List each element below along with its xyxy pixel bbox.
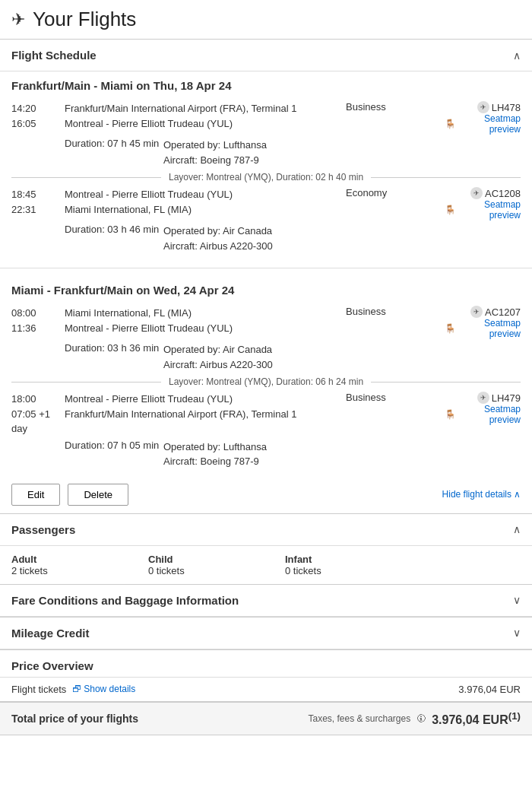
fare-conditions-section: Fare Conditions and Baggage Information … (0, 585, 532, 617)
outbound-seg2-depart: 18:45 (11, 187, 65, 202)
inbound-layover-line-left (11, 382, 161, 383)
inbound-title: Miami - Frankfurt/Main on Wed, 24 Apr 24 (11, 284, 521, 300)
inbound-seg2-extra: Duration: 07 h 05 min Operated by: Lufth… (65, 440, 521, 469)
inbound-seg2-duration: Duration: 07 h 05 min (65, 440, 163, 469)
show-details-icon: 🗗 (72, 684, 81, 694)
outbound-seg2-times: 18:45 22:31 (11, 187, 65, 217)
info-icon[interactable]: 🛈 (416, 713, 426, 724)
flight-tickets-left: Flight tickets 🗗 Show details (11, 684, 135, 695)
ac1208-airline-icon: ✈ (470, 187, 483, 199)
child-label: Child (148, 554, 285, 565)
outbound-layover: Layover: Montreal (YMQ), Duration: 02 h … (11, 172, 521, 183)
show-details-link[interactable]: 🗗 Show details (72, 684, 135, 694)
edit-button[interactable]: Edit (11, 484, 60, 506)
fare-conditions-header[interactable]: Fare Conditions and Baggage Information … (0, 585, 532, 617)
inbound-seg2-from: Montreal - Pierre Elliott Trudeau (YUL) (65, 392, 346, 407)
inbound-seg1-depart: 08:00 (11, 306, 65, 321)
inbound-layover: Layover: Montreal (YMQ), Duration: 06 h … (11, 376, 521, 387)
outbound-segment1-row: 14:20 16:05 Frankfurt/Main International… (11, 101, 521, 135)
inbound-seg1-duration: Duration: 03 h 36 min (65, 342, 163, 372)
inbound-segment2-row: 18:00 07:05 +1 day Montreal - Pierre Ell… (11, 392, 521, 437)
outbound-seg2-details: Montreal - Pierre Elliott Trudeau (YUL) … (65, 187, 346, 217)
flight-tickets-price: 3.976,04 EUR (458, 684, 521, 695)
mileage-credit-chevron: ∨ (513, 627, 521, 639)
infant-label: Infant (285, 554, 422, 565)
flight-schedule-header[interactable]: Flight Schedule ∧ (0, 40, 532, 71)
child-type: Child 0 tickets (148, 554, 285, 576)
inbound-seg2-depart: 18:00 (11, 392, 65, 407)
outbound-seg1-seatmap[interactable]: 🪑 Seatmap preview (445, 113, 521, 135)
page-title: Your Flights (33, 8, 136, 31)
inbound-seg2-class: Business (346, 392, 445, 403)
outbound-seg2-to: Miami International, FL (MIA) (65, 202, 346, 217)
inbound-seg2-flightnumber: LH479 (492, 392, 521, 404)
lh478-airline-icon: ✈ (477, 101, 489, 113)
inbound-seg1-arrive: 11:36 (11, 321, 65, 336)
infant-type: Infant 0 tickets (285, 554, 422, 576)
flight-schedule-title: Flight Schedule (11, 49, 97, 62)
inbound-seg1-to: Montreal - Pierre Elliott Trudeau (YUL) (65, 321, 346, 336)
inbound-seg1-extra: Duration: 03 h 36 min Operated by: Air C… (65, 342, 521, 372)
outbound-seg2-class: Economy (346, 187, 445, 198)
inbound-flight-group: Miami - Frankfurt/Main on Wed, 24 Apr 24… (0, 276, 532, 476)
outbound-seg1-duration: Duration: 07 h 45 min (65, 138, 163, 167)
outbound-seg1-right: ✈ LH478 🪑 Seatmap preview (445, 101, 521, 135)
outbound-segment2-row: 18:45 22:31 Montreal - Pierre Elliott Tr… (11, 187, 521, 221)
layover-line-left (11, 177, 161, 178)
inbound-seg1-class: Business (346, 306, 445, 317)
outbound-seg1-depart: 14:20 (11, 101, 65, 116)
outbound-seg1-times: 14:20 16:05 (11, 101, 65, 131)
price-overview-section: Price Overview Flight tickets 🗗 Show det… (0, 650, 532, 735)
infant-count: 0 tickets (285, 565, 422, 576)
outbound-seg1-operated: Operated by: Lufthansa Aircraft: Boeing … (163, 138, 521, 167)
outbound-seg2-flightnumber: AC1208 (485, 188, 521, 199)
outbound-seg1-flightnumber: LH478 (492, 102, 521, 113)
inbound-seg1-operated: Operated by: Air Canada Aircraft: Airbus… (163, 342, 521, 372)
flight-schedule-chevron: ∧ (513, 49, 521, 62)
outbound-title: Frankfurt/Main - Miami on Thu, 18 Apr 24 (11, 79, 521, 95)
total-amount: 3.976,04 EUR(1) (432, 710, 521, 727)
child-count: 0 tickets (148, 565, 285, 576)
seatmap-icon-4: 🪑 (445, 409, 456, 420)
flights-separator (0, 268, 532, 268)
total-price-row: Total price of your flights Taxes, fees … (0, 701, 532, 735)
mileage-credit-header[interactable]: Mileage Credit ∨ (0, 617, 532, 649)
inbound-seg2-operated: Operated by: Lufthansa Aircraft: Boeing … (163, 440, 521, 469)
flight-tickets-label: Flight tickets (11, 684, 66, 695)
plane-icon: ✈ (11, 10, 25, 30)
adult-label: Adult (11, 554, 148, 565)
inbound-seg2-to: Frankfurt/Main International Airport (FR… (65, 407, 346, 422)
outbound-seg1-details: Frankfurt/Main International Airport (FR… (65, 101, 346, 131)
hide-details-link[interactable]: Hide flight details ∧ (442, 489, 521, 500)
outbound-flight-group: Frankfurt/Main - Miami on Thu, 18 Apr 24… (0, 71, 532, 260)
flight-tickets-row: Flight tickets 🗗 Show details 3.976,04 E… (0, 677, 532, 701)
inbound-seg2-right: ✈ LH479 🪑 Seatmap preview (445, 392, 521, 425)
inbound-seg2-seatmap[interactable]: 🪑 Seatmap preview (445, 404, 521, 425)
outbound-seg2-operated: Operated by: Air Canada Aircraft: Airbus… (163, 224, 521, 253)
passengers-row: Adult 2 tickets Child 0 tickets Infant 0… (11, 554, 521, 576)
outbound-seg2-extra: Duration: 03 h 46 min Operated by: Air C… (65, 224, 521, 253)
inbound-seg2-arrive: 07:05 +1 day (11, 407, 65, 437)
passengers-content: Adult 2 tickets Child 0 tickets Infant 0… (0, 546, 532, 584)
seatmap-icon-1: 🪑 (445, 119, 456, 129)
delete-button[interactable]: Delete (68, 484, 128, 506)
hide-details-chevron: ∧ (514, 489, 521, 500)
action-buttons: Edit Delete (11, 484, 128, 506)
passengers-title: Passengers (11, 523, 75, 536)
price-overview-title: Price Overview (11, 659, 93, 672)
mileage-credit-section: Mileage Credit ∨ (0, 617, 532, 650)
mileage-credit-title: Mileage Credit (11, 627, 90, 640)
outbound-seg1-from: Frankfurt/Main International Airport (FR… (65, 101, 346, 116)
inbound-seg1-details: Miami International, FL (MIA) Montreal -… (65, 306, 346, 335)
inbound-seg1-times: 08:00 11:36 (11, 306, 65, 335)
total-taxes-label: Taxes, fees & surcharges (308, 713, 410, 724)
adult-count: 2 tickets (11, 565, 148, 576)
seatmap-icon-2: 🪑 (445, 205, 456, 215)
inbound-seg1-seatmap[interactable]: 🪑 Seatmap preview (445, 318, 521, 339)
outbound-seg2-right: ✈ AC1208 🪑 Seatmap preview (445, 187, 521, 221)
inbound-layover-text: Layover: Montreal (YMQ), Duration: 06 h … (161, 376, 371, 387)
outbound-seg1-class: Business (346, 101, 445, 113)
passengers-header[interactable]: Passengers ∧ (0, 514, 532, 546)
outbound-seg2-seatmap[interactable]: 🪑 Seatmap preview (445, 199, 521, 221)
total-right: Taxes, fees & surcharges 🛈 3.976,04 EUR(… (308, 710, 521, 727)
